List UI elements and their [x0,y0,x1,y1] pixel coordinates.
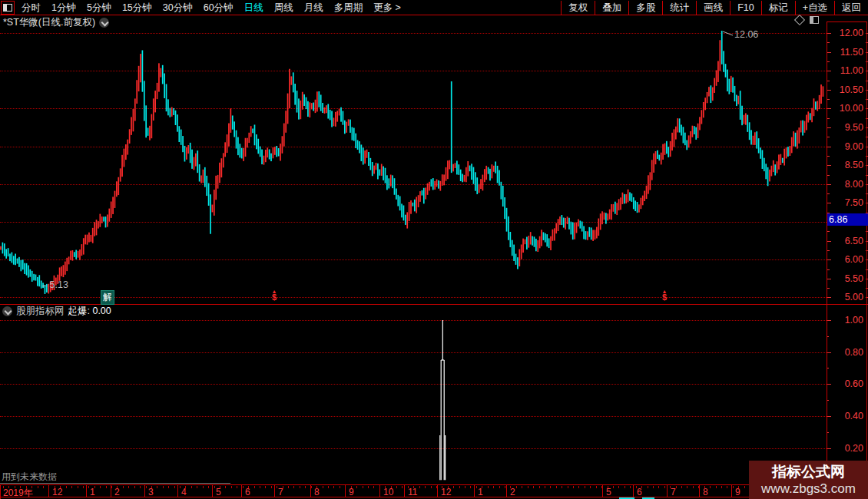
timeline-tick [470,486,471,488]
frame-line [827,21,827,497]
timeline-tick [106,486,107,488]
timeline-tick [516,486,517,488]
date-axis[interactable]: 2019年121234567891011121256789 [0,484,868,497]
tool-button[interactable]: 标记 [761,1,795,15]
timeline-tick [539,486,540,488]
timeline-tick [573,486,574,488]
period-tab[interactable]: 5分钟 [87,1,111,15]
timeline-tick [363,486,363,488]
timeline-tick [288,486,289,488]
timeline-month-label: 2 [114,487,120,497]
timeline-tick [225,486,226,488]
price-gridline [0,147,827,147]
timeline-tick [453,486,454,488]
timeline-separator [212,485,213,497]
timeline-tick [522,486,522,488]
timeline-separator [474,485,475,497]
timeline-tick [562,486,562,488]
indicator-chart[interactable] [0,317,827,484]
indicator-gridline [0,320,827,321]
timeline-tick [693,486,694,488]
period-tab[interactable]: 更多 > [373,1,401,15]
timeline-month-label: 8 [314,487,320,497]
indicator-axis-label: 0.20 [828,443,863,454]
period-tab[interactable]: 周线 [274,1,293,15]
period-tab[interactable]: 60分钟 [204,1,234,15]
timeline-tick [300,486,300,488]
period-tab[interactable]: 30分钟 [163,1,193,15]
indicator-gridline [0,416,827,417]
tool-button[interactable]: 复权 [561,1,595,15]
timeline-tick [243,486,244,488]
timeline-tick [499,486,500,488]
split-pane-icon [3,4,12,12]
timeline-separator [241,485,242,497]
timeline-month-label: 7 [671,487,676,497]
timeline-tick [43,486,44,488]
price-axis-label: 11.50 [828,47,863,58]
period-tab[interactable]: 1分钟 [51,1,76,15]
timeline-tick [163,486,164,488]
timeline-tick [254,486,255,488]
timeline-tick [590,486,591,488]
timeline-tick [624,486,625,488]
price-axis-label: 9.50 [828,122,863,133]
timeline-tick [585,486,585,488]
watermark-title: 指标公式网 [772,463,845,481]
last-price-tag: 6.86 [827,213,868,226]
timeline-tick [333,486,334,488]
timeline-tick [459,486,460,488]
price-gridline [0,259,827,260]
timeline-separator [602,485,603,497]
price-axis-label: 5.50 [828,273,863,284]
period-tab[interactable]: 日线 [244,1,263,15]
price-gridline [0,71,827,71]
timeline-month-label: 7 [278,487,283,497]
tool-button[interactable]: 统计 [662,1,696,15]
period-tab[interactable]: 月线 [304,1,323,15]
indicator-gridline [0,352,827,353]
period-tab[interactable]: 15分钟 [122,1,152,15]
tool-button[interactable]: 画线 [696,1,730,15]
timeline-tick [140,486,141,488]
timeline-tick [231,486,232,488]
timeline-month-label: 4 [181,487,187,497]
timeline-tick [128,486,129,488]
indicator-axis-label: 0.80 [828,347,863,358]
timeline-tick [716,486,717,488]
timeline-tick [123,486,124,488]
timeline-tick [197,486,197,488]
timeline-tick [214,486,215,488]
chevron-down-icon[interactable] [2,306,12,316]
tool-button[interactable]: 多股 [628,1,662,15]
timeline-tick [578,486,579,488]
timeline-tick [168,486,169,488]
timeline-month-label: 11 [408,487,417,497]
timeline-tick [134,486,135,488]
tool-button[interactable]: 叠加 [595,1,628,15]
period-tab[interactable]: 分时 [22,1,41,15]
tool-button[interactable]: 返回 [834,1,868,15]
timeline-tick [38,486,38,488]
tool-button[interactable]: F10 [730,1,761,15]
timeline-tick [727,486,727,488]
timeline-tick [550,486,551,488]
dividend-marker: ▲$ [661,289,668,301]
split-view-button[interactable] [1,1,15,15]
price-axis-label: 8.00 [828,179,863,190]
period-tab[interactable]: 多周期 [334,1,363,15]
indicator-axis-label: 0.60 [828,378,863,389]
timeline-separator [404,485,405,497]
timeline-tick [687,486,687,488]
timeline-month-label: 9 [735,487,740,497]
main-candlestick-chart[interactable] [0,21,827,304]
timeline-tick [568,486,568,488]
indicator-gridline [0,448,827,449]
timeline-separator [111,485,111,497]
timeline-tick [78,486,78,488]
period-menu: 分时1分钟5分钟15分钟30分钟60分钟日线周线月线多周期更多 > [22,1,401,15]
tool-button[interactable]: +自选 [795,1,834,15]
timeline-tick [488,486,489,488]
timeline-tick [664,486,665,488]
indicator-source: 股朋指标网 [16,305,65,318]
